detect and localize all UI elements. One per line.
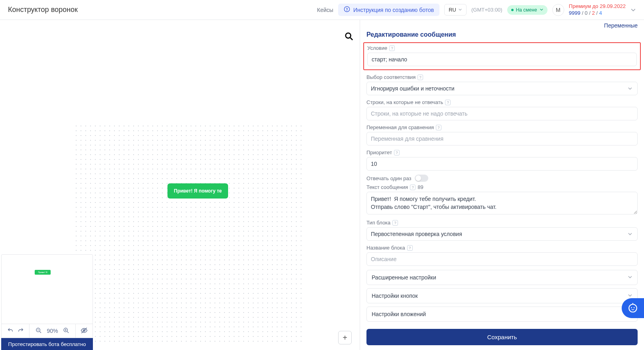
language-select[interactable]: RU — [444, 4, 467, 16]
block-name-input[interactable] — [366, 252, 638, 266]
undo-button[interactable] — [7, 327, 14, 335]
button-settings-accordion[interactable]: Настройки кнопок — [366, 288, 638, 303]
account-dropdown-toggle[interactable] — [630, 7, 636, 13]
reply-once-toggle[interactable] — [415, 175, 428, 182]
visibility-toggle[interactable] — [81, 327, 88, 335]
svg-line-5 — [40, 331, 41, 332]
premium-stats: 9999 / 0 / 2 / 4 — [569, 10, 626, 17]
svg-point-15 — [634, 307, 635, 309]
premium-info: Премиум до 29.09.2022 9999 / 0 / 2 / 4 — [569, 3, 626, 17]
status-pill[interactable]: На смене — [507, 5, 547, 15]
instruction-label: Инструкция по созданию ботов — [353, 7, 434, 13]
chevron-down-icon — [628, 274, 632, 281]
advanced-settings-accordion[interactable]: Расширенные настройки — [366, 270, 638, 285]
compare-var-group: Переменная для сравнения ? — [366, 124, 638, 146]
priority-label: Приоритет — [366, 149, 392, 155]
user-avatar[interactable]: М — [552, 4, 564, 16]
app-header: Конструктор воронок Кейсы Инструкция по … — [0, 0, 644, 20]
status-label: На смене — [516, 7, 537, 13]
match-group: Выбор соответствия ? Игнорируя ошибки и … — [366, 74, 638, 95]
block-type-label: Тип блока — [366, 220, 390, 226]
message-textarea[interactable] — [366, 192, 638, 214]
noreply-input[interactable] — [366, 107, 638, 120]
canvas-node[interactable]: Привет! Я помогу те — [167, 183, 228, 199]
status-dot-icon — [511, 9, 514, 11]
svg-point-14 — [631, 307, 632, 309]
minimap-viewport: Привет! Я помогу те — [2, 255, 93, 324]
timezone-text: (GMT+03:00) — [471, 7, 502, 13]
priority-group: Приоритет ? — [366, 149, 638, 171]
svg-point-17 — [632, 303, 633, 304]
condition-label: Условие — [367, 45, 387, 51]
canvas-area[interactable]: Привет! Я помогу те Привет! Я помогу те … — [0, 20, 360, 350]
help-icon[interactable]: ? — [436, 125, 441, 130]
help-icon[interactable]: ? — [389, 45, 395, 51]
svg-point-2 — [346, 33, 351, 38]
match-label: Выбор соответствия — [366, 74, 416, 80]
svg-line-3 — [351, 38, 353, 40]
zoom-in-button[interactable] — [63, 327, 69, 335]
language-value: RU — [449, 7, 456, 13]
chevron-down-icon — [458, 7, 462, 13]
match-select[interactable]: Игнорируя ошибки и неточности — [366, 82, 638, 95]
add-node-button[interactable]: + — [338, 331, 352, 344]
help-icon[interactable]: ? — [418, 75, 423, 80]
block-name-label: Название блока — [366, 245, 405, 251]
panel-title: Редактирование сообщения — [360, 29, 644, 42]
block-name-group: Название блока ? — [366, 245, 638, 266]
help-icon[interactable]: ? — [410, 185, 416, 190]
redo-button[interactable] — [18, 327, 24, 335]
help-icon[interactable]: ? — [394, 150, 400, 155]
help-icon[interactable]: ? — [445, 100, 451, 105]
help-icon[interactable]: ? — [407, 245, 413, 251]
priority-input[interactable] — [366, 157, 638, 171]
chatbot-icon — [628, 303, 638, 313]
message-group: Текст сообщения ? 89 — [366, 184, 638, 216]
compare-var-input[interactable] — [366, 132, 638, 146]
condition-group: Условие ? — [363, 42, 641, 70]
block-type-select[interactable]: Первостепенная проверка условия — [366, 227, 638, 241]
page-title: Конструктор воронок — [8, 6, 78, 14]
char-count: 89 — [418, 184, 423, 190]
premium-expiry: Премиум до 29.09.2022 — [569, 3, 626, 10]
variables-link[interactable]: Переменные — [360, 20, 644, 29]
help-icon[interactable]: ? — [392, 220, 398, 226]
instruction-button[interactable]: Инструкция по созданию ботов — [338, 4, 439, 16]
minimap[interactable]: Привет! Я помогу те — [1, 254, 93, 324]
main-content: Привет! Я помогу те Привет! Я помогу те … — [0, 20, 644, 350]
test-bot-button[interactable]: Протестировать бота бесплатно — [1, 338, 93, 350]
save-button[interactable]: Сохранить — [366, 329, 638, 345]
header-actions: Кейсы Инструкция по созданию ботов RU (G… — [317, 3, 636, 17]
svg-point-1 — [347, 11, 347, 11]
reply-once-row: Отвечать один раз — [366, 175, 638, 182]
reply-once-label: Отвечать один раз — [366, 175, 412, 181]
svg-point-13 — [629, 304, 637, 312]
cases-link[interactable]: Кейсы — [317, 7, 333, 13]
block-type-group: Тип блока ? Первостепенная проверка усло… — [366, 220, 638, 241]
zoom-level: 90% — [47, 328, 58, 334]
noreply-group: Строки, на которые не отвечать ? — [366, 99, 638, 120]
chevron-down-icon — [540, 7, 544, 13]
attachment-settings-accordion[interactable]: Настройки вложений — [366, 307, 638, 322]
help-circle-icon — [344, 6, 350, 14]
minimap-node: Привет! Я помогу те — [35, 270, 51, 275]
search-icon[interactable] — [345, 32, 353, 43]
noreply-label: Строки, на которые не отвечать — [366, 99, 443, 105]
canvas-toolbar: 90% — [1, 324, 93, 338]
chat-fab[interactable] — [622, 298, 644, 318]
svg-line-8 — [67, 331, 68, 332]
compare-var-label: Переменная для сравнения — [366, 124, 434, 130]
message-label: Текст сообщения — [366, 184, 408, 190]
editor-panel: Переменные Редактирование сообщения Усло… — [360, 20, 644, 350]
canvas-grid — [74, 124, 305, 343]
condition-input[interactable] — [367, 53, 637, 66]
zoom-out-button[interactable] — [35, 327, 42, 335]
